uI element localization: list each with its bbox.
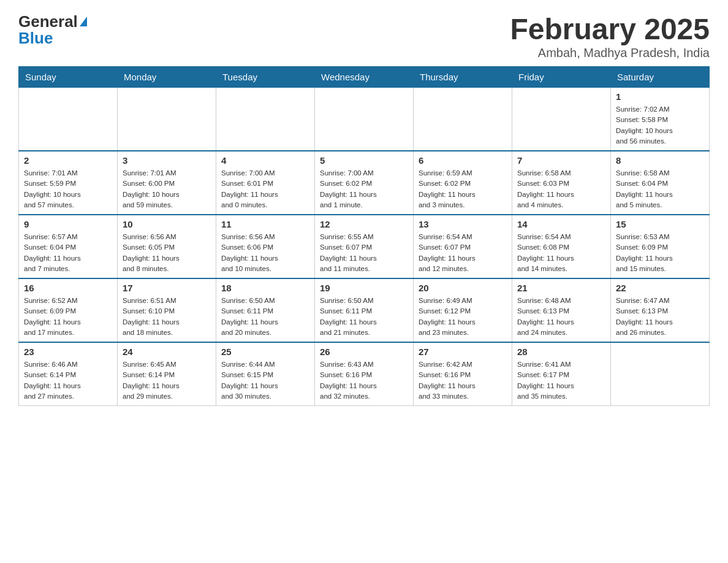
weekday-header-monday: Monday	[118, 67, 216, 88]
day-number: 1	[616, 91, 704, 102]
day-number: 16	[24, 283, 112, 293]
calendar-cell	[512, 88, 611, 151]
day-info: Sunrise: 6:52 AMSunset: 6:09 PMDaylight:…	[24, 296, 112, 338]
calendar-week-2: 2Sunrise: 7:01 AMSunset: 5:59 PMDaylight…	[19, 151, 710, 215]
day-number: 5	[320, 155, 408, 166]
day-info: Sunrise: 7:00 AMSunset: 6:02 PMDaylight:…	[320, 168, 408, 210]
calendar-table: SundayMondayTuesdayWednesdayThursdayFrid…	[18, 66, 710, 406]
calendar-cell: 26Sunrise: 6:43 AMSunset: 6:16 PMDayligh…	[315, 342, 414, 406]
day-info: Sunrise: 6:50 AMSunset: 6:11 PMDaylight:…	[320, 296, 408, 338]
calendar-cell: 5Sunrise: 7:00 AMSunset: 6:02 PMDaylight…	[315, 151, 414, 215]
day-number: 27	[419, 347, 507, 357]
day-number: 13	[419, 219, 507, 229]
day-info: Sunrise: 6:55 AMSunset: 6:07 PMDaylight:…	[320, 232, 408, 274]
day-info: Sunrise: 6:53 AMSunset: 6:09 PMDaylight:…	[616, 232, 704, 274]
weekday-header-wednesday: Wednesday	[315, 67, 414, 88]
day-number: 23	[24, 347, 112, 357]
day-number: 4	[221, 155, 309, 166]
calendar-week-3: 9Sunrise: 6:57 AMSunset: 6:04 PMDaylight…	[19, 215, 710, 278]
calendar-cell: 2Sunrise: 7:01 AMSunset: 5:59 PMDaylight…	[19, 151, 118, 215]
calendar-cell: 9Sunrise: 6:57 AMSunset: 6:04 PMDaylight…	[19, 215, 118, 278]
day-number: 11	[221, 219, 309, 229]
calendar-cell: 6Sunrise: 6:59 AMSunset: 6:02 PMDaylight…	[414, 151, 512, 215]
day-info: Sunrise: 6:57 AMSunset: 6:04 PMDaylight:…	[24, 232, 112, 274]
day-number: 12	[320, 219, 408, 229]
day-info: Sunrise: 6:47 AMSunset: 6:13 PMDaylight:…	[616, 296, 704, 338]
day-number: 28	[517, 347, 605, 357]
day-number: 10	[123, 219, 211, 229]
day-info: Sunrise: 6:49 AMSunset: 6:12 PMDaylight:…	[419, 296, 507, 338]
day-info: Sunrise: 6:44 AMSunset: 6:15 PMDaylight:…	[221, 359, 309, 402]
logo-triangle-icon	[80, 17, 87, 26]
calendar-cell: 12Sunrise: 6:55 AMSunset: 6:07 PMDayligh…	[315, 215, 414, 278]
weekday-header-friday: Friday	[512, 67, 611, 88]
day-number: 22	[616, 283, 704, 293]
day-info: Sunrise: 6:45 AMSunset: 6:14 PMDaylight:…	[123, 359, 211, 402]
calendar-cell: 4Sunrise: 7:00 AMSunset: 6:01 PMDaylight…	[216, 151, 315, 215]
day-number: 2	[24, 155, 112, 166]
calendar-cell: 7Sunrise: 6:58 AMSunset: 6:03 PMDaylight…	[512, 151, 611, 215]
weekday-header-thursday: Thursday	[414, 67, 512, 88]
day-info: Sunrise: 6:51 AMSunset: 6:10 PMDaylight:…	[123, 296, 211, 338]
calendar-cell	[216, 88, 315, 151]
calendar-cell: 23Sunrise: 6:46 AMSunset: 6:14 PMDayligh…	[19, 342, 118, 406]
weekday-header-row: SundayMondayTuesdayWednesdayThursdayFrid…	[19, 67, 710, 88]
day-number: 17	[123, 283, 211, 293]
month-title: February 2025	[510, 12, 710, 46]
logo-blue: Blue	[18, 29, 53, 48]
calendar-cell: 14Sunrise: 6:54 AMSunset: 6:08 PMDayligh…	[512, 215, 611, 278]
calendar-cell: 19Sunrise: 6:50 AMSunset: 6:11 PMDayligh…	[315, 278, 414, 342]
day-info: Sunrise: 6:59 AMSunset: 6:02 PMDaylight:…	[419, 168, 507, 210]
day-info: Sunrise: 6:58 AMSunset: 6:03 PMDaylight:…	[517, 168, 605, 210]
calendar-cell: 15Sunrise: 6:53 AMSunset: 6:09 PMDayligh…	[611, 215, 710, 278]
calendar-cell: 16Sunrise: 6:52 AMSunset: 6:09 PMDayligh…	[19, 278, 118, 342]
day-info: Sunrise: 6:54 AMSunset: 6:07 PMDaylight:…	[419, 232, 507, 274]
calendar-cell: 25Sunrise: 6:44 AMSunset: 6:15 PMDayligh…	[216, 342, 315, 406]
day-number: 25	[221, 347, 309, 357]
calendar-cell	[19, 88, 118, 151]
calendar-cell: 17Sunrise: 6:51 AMSunset: 6:10 PMDayligh…	[118, 278, 216, 342]
day-info: Sunrise: 7:01 AMSunset: 5:59 PMDaylight:…	[24, 168, 112, 210]
weekday-header-tuesday: Tuesday	[216, 67, 315, 88]
day-info: Sunrise: 7:02 AMSunset: 5:58 PMDaylight:…	[616, 104, 704, 147]
weekday-header-sunday: Sunday	[19, 67, 118, 88]
calendar-cell: 27Sunrise: 6:42 AMSunset: 6:16 PMDayligh…	[414, 342, 512, 406]
calendar-week-1: 1Sunrise: 7:02 AMSunset: 5:58 PMDaylight…	[19, 88, 710, 151]
day-info: Sunrise: 6:41 AMSunset: 6:17 PMDaylight:…	[517, 359, 605, 402]
logo-area: General Blue	[18, 12, 87, 48]
calendar-cell	[315, 88, 414, 151]
day-number: 6	[419, 155, 507, 166]
calendar-cell	[118, 88, 216, 151]
calendar-cell: 3Sunrise: 7:01 AMSunset: 6:00 PMDaylight…	[118, 151, 216, 215]
day-info: Sunrise: 6:43 AMSunset: 6:16 PMDaylight:…	[320, 359, 408, 402]
day-info: Sunrise: 6:56 AMSunset: 6:06 PMDaylight:…	[221, 232, 309, 274]
calendar-cell: 13Sunrise: 6:54 AMSunset: 6:07 PMDayligh…	[414, 215, 512, 278]
day-info: Sunrise: 7:01 AMSunset: 6:00 PMDaylight:…	[123, 168, 211, 210]
day-number: 7	[517, 155, 605, 166]
calendar-week-4: 16Sunrise: 6:52 AMSunset: 6:09 PMDayligh…	[19, 278, 710, 342]
page-header: General Blue February 2025 Ambah, Madhya…	[18, 12, 710, 60]
day-number: 3	[123, 155, 211, 166]
weekday-header-saturday: Saturday	[611, 67, 710, 88]
day-number: 14	[517, 219, 605, 229]
calendar-cell: 22Sunrise: 6:47 AMSunset: 6:13 PMDayligh…	[611, 278, 710, 342]
calendar-cell: 20Sunrise: 6:49 AMSunset: 6:12 PMDayligh…	[414, 278, 512, 342]
day-info: Sunrise: 6:50 AMSunset: 6:11 PMDaylight:…	[221, 296, 309, 338]
calendar-cell: 10Sunrise: 6:56 AMSunset: 6:05 PMDayligh…	[118, 215, 216, 278]
day-number: 8	[616, 155, 704, 166]
day-number: 24	[123, 347, 211, 357]
day-number: 26	[320, 347, 408, 357]
calendar-cell: 8Sunrise: 6:58 AMSunset: 6:04 PMDaylight…	[611, 151, 710, 215]
calendar-cell: 28Sunrise: 6:41 AMSunset: 6:17 PMDayligh…	[512, 342, 611, 406]
day-info: Sunrise: 6:56 AMSunset: 6:05 PMDaylight:…	[123, 232, 211, 274]
day-number: 18	[221, 283, 309, 293]
day-number: 19	[320, 283, 408, 293]
day-info: Sunrise: 6:42 AMSunset: 6:16 PMDaylight:…	[419, 359, 507, 402]
day-info: Sunrise: 7:00 AMSunset: 6:01 PMDaylight:…	[221, 168, 309, 210]
day-number: 9	[24, 219, 112, 229]
calendar-cell	[611, 342, 710, 406]
calendar-cell: 1Sunrise: 7:02 AMSunset: 5:58 PMDaylight…	[611, 88, 710, 151]
calendar-cell: 24Sunrise: 6:45 AMSunset: 6:14 PMDayligh…	[118, 342, 216, 406]
day-info: Sunrise: 6:48 AMSunset: 6:13 PMDaylight:…	[517, 296, 605, 338]
day-number: 15	[616, 219, 704, 229]
